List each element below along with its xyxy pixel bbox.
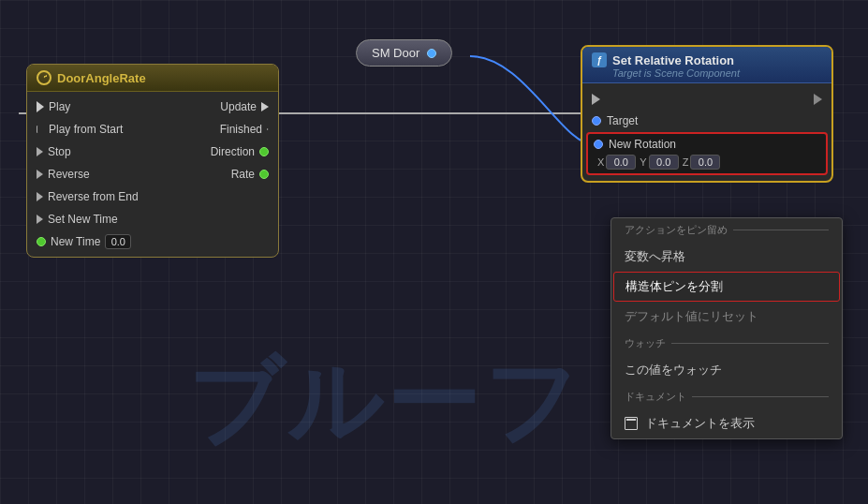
split-pin-item[interactable]: 構造体ピンを分割 <box>613 272 840 302</box>
target-row: Target <box>582 111 831 130</box>
exec-pin-in[interactable] <box>37 101 44 112</box>
doc-icon <box>625 417 638 430</box>
exec-pin-in[interactable] <box>37 215 43 224</box>
rotation-node[interactable]: ƒ Set Relative Rotation Target is Scene … <box>581 45 833 183</box>
node-label: Reverse <box>48 168 90 181</box>
func-icon: ƒ <box>592 52 607 67</box>
exec-out-pin[interactable] <box>814 94 822 105</box>
rotation-exec-row <box>582 87 831 111</box>
new-time-value: 0.0 <box>105 234 131 249</box>
node-label: Set New Time <box>48 213 118 226</box>
node-label-right: Rate <box>231 168 255 181</box>
node-label-right: Direction <box>211 145 255 158</box>
xyz-y-item: Y 0.0 <box>640 155 678 170</box>
exec-in-pin[interactable] <box>592 94 600 105</box>
door-angle-body: Play Update Play from Start Finished Sto… <box>27 92 278 257</box>
exec-pin-in[interactable] <box>37 192 43 201</box>
door-angle-node[interactable]: DoorAngleRate Play Update Play from Star… <box>26 64 279 258</box>
sm-door-node[interactable]: SM Door <box>356 39 452 67</box>
target-label: Target <box>607 114 638 127</box>
pin-circle-new-time[interactable] <box>37 237 46 246</box>
exec-pin-in[interactable] <box>37 170 43 179</box>
table-row: Play from Start Finished <box>27 118 278 141</box>
z-label: Z <box>683 156 689 168</box>
y-label: Y <box>640 156 646 168</box>
pin-action-divider: アクションをピン留め <box>611 218 842 242</box>
divider-line2 <box>692 396 829 397</box>
x-label: X <box>597 156 604 168</box>
node-label: Play <box>49 100 70 113</box>
node-label-right: Update <box>220 100 257 113</box>
table-row: Reverse from End <box>27 185 278 208</box>
node-label: Stop <box>48 145 71 158</box>
table-row: Play Update <box>27 96 278 118</box>
watch-divider: ウォッチ <box>611 332 842 355</box>
x-value[interactable]: 0.0 <box>606 155 636 170</box>
table-row: Stop Direction <box>27 141 278 163</box>
rotation-title: Set Relative Rotation <box>612 53 734 67</box>
new-rotation-label: New Rotation <box>609 138 676 151</box>
pin-circle-green[interactable] <box>259 147 269 156</box>
show-doc-item[interactable]: ドキュメントを表示 <box>611 408 842 438</box>
new-rotation-pin[interactable] <box>594 140 603 149</box>
node-label: Play from Start <box>49 123 123 136</box>
watch-value-item[interactable]: この値をウォッチ <box>611 355 842 385</box>
doc-label: ドキュメント <box>625 390 686 404</box>
promote-variable-item[interactable]: 変数へ昇格 <box>611 242 842 272</box>
divider-line <box>733 230 829 230</box>
reset-default-item[interactable]: デフォルト値にリセット <box>611 302 842 332</box>
watch-label: ウォッチ <box>625 336 666 350</box>
exec-pin-out[interactable] <box>261 102 269 111</box>
promote-variable-label: 変数へ昇格 <box>625 249 685 263</box>
exec-pin-out-outline[interactable] <box>267 128 269 130</box>
pin-circle-green-rate[interactable] <box>259 170 269 179</box>
split-pin-label: 構造体ピンを分割 <box>625 279 723 293</box>
door-angle-title: DoorAngleRate <box>57 71 146 85</box>
watch-value-label: この値をウォッチ <box>625 363 722 377</box>
show-doc-label: ドキュメントを表示 <box>645 415 755 432</box>
rotation-header: ƒ Set Relative Rotation Target is Scene … <box>582 47 831 83</box>
xyz-row: X 0.0 Y 0.0 Z 0.0 <box>594 155 820 170</box>
node-label: New Time <box>51 235 100 248</box>
rotation-body: Target New Rotation X 0.0 Y 0.0 Z 0.0 <box>582 83 831 181</box>
pin-action-label: アクションをピン留め <box>625 223 728 237</box>
clock-icon <box>37 70 51 85</box>
door-angle-header: DoorAngleRate <box>27 65 278 92</box>
z-value[interactable]: 0.0 <box>690 155 720 170</box>
context-menu: アクションをピン留め 変数へ昇格 構造体ピンを分割 デフォルト値にリセット ウォ… <box>611 217 843 439</box>
table-row: Reverse Rate <box>27 163 278 185</box>
doc-divider: ドキュメント <box>611 385 842 408</box>
exec-pin-in[interactable] <box>37 147 43 156</box>
y-value[interactable]: 0.0 <box>649 155 679 170</box>
sm-door-output-pin[interactable] <box>427 49 436 58</box>
new-rotation-section: New Rotation X 0.0 Y 0.0 Z 0.0 <box>586 132 828 175</box>
node-label: Reverse from End <box>48 190 139 203</box>
reset-default-label: デフォルト値にリセット <box>625 309 758 323</box>
node-label-right: Finished <box>220 123 262 136</box>
rotation-subtitle: Target is Scene Component <box>612 67 822 79</box>
table-row: Set New Time <box>27 208 278 230</box>
target-pin[interactable] <box>592 116 601 126</box>
divider-line <box>671 343 829 344</box>
exec-pin-in-outline[interactable] <box>37 126 44 133</box>
xyz-x-item: X 0.0 <box>597 155 636 170</box>
xyz-z-item: Z 0.0 <box>683 155 721 170</box>
table-row: New Time 0.0 <box>27 230 278 253</box>
sm-door-label: SM Door <box>372 46 419 60</box>
